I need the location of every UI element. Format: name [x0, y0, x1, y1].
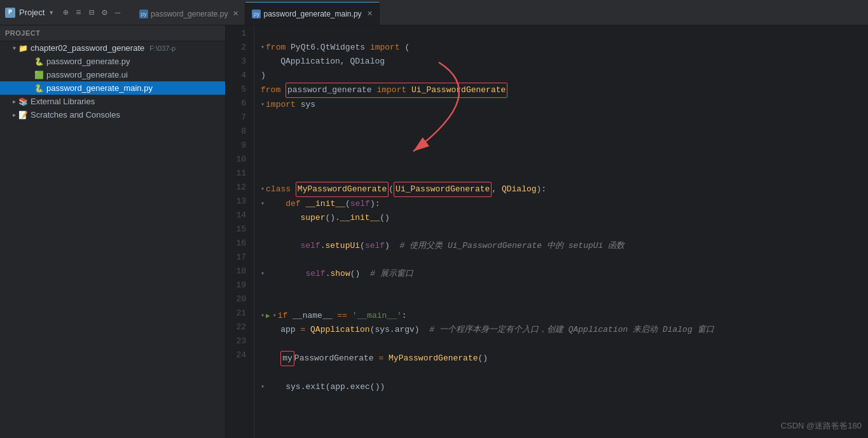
collapse-icon[interactable]: ⊟ [89, 7, 94, 18]
ln-17: 17 [226, 250, 249, 264]
code-line-24 [261, 394, 868, 408]
sidebar-item-main-label: password_generate_main.py [46, 83, 153, 93]
ln-22: 22 [226, 320, 249, 334]
ln-6: 6 [226, 97, 249, 111]
fold-icon-18: ▾ [261, 309, 265, 323]
tab-password-generate[interactable]: py password_generate.py ✕ [133, 2, 245, 25]
sidebar: Project ▾ 📁 chapter02_password_generate … [0, 25, 226, 438]
ln-9: 9 [226, 139, 249, 153]
code-line-19: app = QApplication(sys.argv) # 一个程序本身一定有… [261, 323, 868, 337]
path-label: F:\037-p [149, 44, 176, 52]
ln-12: 12 [226, 181, 249, 195]
code-line-17 [261, 295, 868, 309]
watermark: CSDN @迷路爸爸180 [781, 420, 862, 432]
fold-icon-15: ▾ [261, 267, 265, 281]
code-line-21: myPasswordGenerate = MyPasswordGenerate(… [261, 351, 868, 366]
ln-15: 15 [226, 222, 249, 236]
add-icon[interactable]: ⊕ [63, 7, 68, 18]
code-line-10: ▾ def __init__(self): [261, 197, 868, 211]
code-line-23: ▾ sys.exit(app.exec()) [261, 380, 868, 394]
code-line-13: self.setupUi(self) # 使用父类 Ui_PasswordGen… [261, 239, 868, 253]
code-line-7 [261, 112, 868, 126]
ln-7: 7 [226, 111, 249, 125]
ln-8: 8 [226, 125, 249, 139]
code-line-11: super().__init__() [261, 211, 868, 225]
folder-icon: 📁 [18, 44, 28, 53]
run-icon[interactable]: ▶ [266, 309, 270, 323]
code-line-4: ) [261, 69, 868, 83]
sidebar-item-chapter02[interactable]: ▾ 📁 chapter02_password_generate F:\037-p [0, 41, 225, 55]
sidebar-item-main[interactable]: 🐍 password_generate_main.py [0, 81, 225, 95]
ln-18: 18 [226, 264, 249, 278]
ln-21: 21 [226, 306, 249, 320]
ln-5: 5 [226, 83, 249, 97]
ln-4: 4 [226, 69, 249, 83]
tab-password-generate-main[interactable]: py password_generate_main.py ✕ [245, 2, 379, 25]
highlight-parent: Ui_PasswordGenerate [394, 182, 492, 197]
ln-16: 16 [226, 236, 249, 250]
ln-2: 2 [226, 41, 249, 55]
fold-icon-6: ▾ [261, 98, 265, 112]
editor-content: 1 2 3 4 5 6 7 8 9 10 11 12 13 14 15 16 1 [226, 25, 868, 438]
sidebar-item-py[interactable]: 🐍 password_generate.py [0, 55, 225, 68]
code-line-18: ▾ ▶ ▾ if __name__ == '__main__': [261, 309, 868, 323]
lib-icon: 📚 [18, 97, 28, 106]
fold-icon-23: ▾ [261, 380, 265, 394]
ui-file-icon: 🟩 [34, 71, 44, 79]
sidebar-item-ui[interactable]: 🟩 password_generate.ui [0, 68, 225, 81]
code-line-15: ▾ self.show() # 展示窗口 [261, 267, 868, 281]
highlight-line5: password_generate import Ui_PasswordGene… [286, 83, 507, 98]
sidebar-item-scratches[interactable]: ▸ 📝 Scratches and Consoles [0, 108, 225, 121]
code-line-12 [261, 225, 868, 239]
code-area[interactable]: ▾ from PyQt6.QtWidgets import ( QApplica… [254, 25, 868, 438]
code-line-6: ▾ import sys [261, 98, 868, 112]
sidebar-item-ui-label: password_generate.ui [46, 70, 128, 79]
kw-from: from [266, 41, 291, 55]
ln-11: 11 [226, 167, 249, 181]
code-line-9: ▾ class MyPasswordGenerate(Ui_PasswordGe… [261, 182, 868, 197]
ln-20: 20 [226, 292, 249, 306]
ln-1: 1 [226, 27, 249, 41]
line-numbers: 1 2 3 4 5 6 7 8 9 10 11 12 13 14 15 16 1 [226, 25, 254, 438]
sidebar-item-ext-label: External Libraries [31, 97, 95, 106]
fold-icon-18b: ▾ [273, 309, 277, 323]
file-icon-py: py [139, 10, 148, 18]
project-title: Project [19, 8, 45, 17]
code-line-22 [261, 366, 868, 380]
dropdown-icon[interactable]: ▾ [48, 7, 53, 18]
chevron-right-icon: ▸ [13, 98, 16, 105]
code-line-5: from password_generate import Ui_Passwor… [261, 83, 868, 98]
settings-icon[interactable]: ⚙ [102, 7, 107, 18]
fold-icon-9: ▾ [261, 182, 265, 196]
sidebar-item-py-label: password_generate.py [46, 57, 130, 66]
ln-10: 10 [226, 153, 249, 167]
file-icon-main: py [252, 10, 261, 18]
sidebar-item-label: chapter02_password_generate [31, 43, 144, 53]
code-line-14 [261, 253, 868, 267]
module-pyqt6: PyQt6.QtWidgets [291, 41, 370, 55]
tab-close-2[interactable]: ✕ [367, 10, 373, 18]
sidebar-item-external-libraries[interactable]: ▸ 📚 External Libraries [0, 95, 225, 108]
main-file-icon: 🐍 [34, 84, 44, 93]
kw-import: import [370, 41, 405, 55]
sidebar-header: Project [0, 25, 225, 41]
editor-wrapper: 1 2 3 4 5 6 7 8 9 10 11 12 13 14 15 16 1 [226, 25, 868, 438]
code-line-8 [261, 126, 868, 182]
minus-icon[interactable]: — [115, 8, 120, 18]
fold-icon-2: ▾ [261, 41, 265, 55]
highlight-classname: MyPasswordGenerate [296, 182, 389, 197]
code-line-20 [261, 337, 868, 351]
editor-area[interactable]: 1 2 3 4 5 6 7 8 9 10 11 12 13 14 15 16 1 [226, 25, 868, 438]
code-line-16 [261, 281, 868, 295]
ln-24: 24 [226, 348, 249, 362]
scratch-icon: 📝 [18, 111, 28, 120]
list-icon[interactable]: ≡ [76, 8, 81, 18]
title-bar-left: P Project ▾ ⊕ ≡ ⊟ ⚙ — [5, 7, 120, 18]
code-line-3: QApplication, QDialog [261, 55, 868, 69]
ln-23: 23 [226, 334, 249, 348]
ln-3: 3 [226, 55, 249, 69]
chevron-down-icon: ▾ [13, 44, 16, 51]
tab-label-2: password_generate_main.py [263, 10, 361, 18]
ln-13: 13 [226, 195, 249, 209]
tab-close-1[interactable]: ✕ [233, 10, 238, 18]
